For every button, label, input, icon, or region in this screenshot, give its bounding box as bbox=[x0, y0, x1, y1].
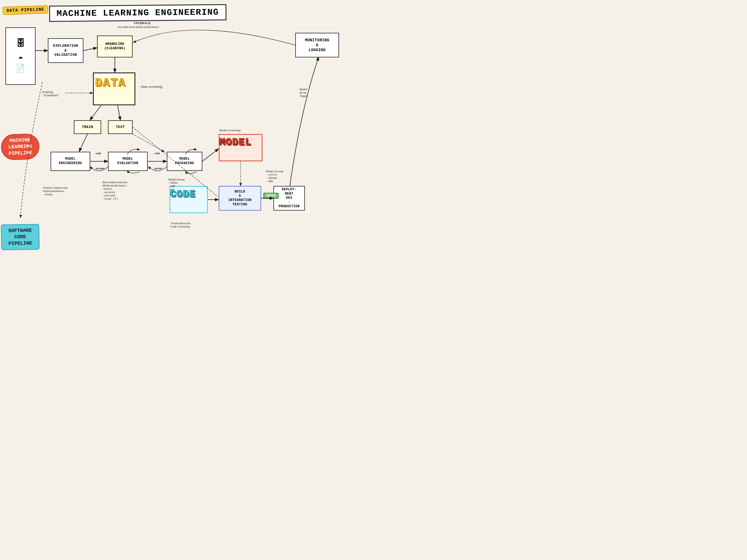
svg-line-1 bbox=[83, 48, 97, 51]
annotation-code2: code bbox=[154, 152, 160, 155]
document-icon: 📄 bbox=[16, 64, 25, 74]
box-wrangling: WRANGLING(CLEANING) bbox=[97, 35, 133, 57]
box-data-sources: 🗄 ☁ 📄 bbox=[5, 27, 35, 85]
canvas: { "title": "MACHINE LEARNING ENGINEERING… bbox=[0, 0, 374, 280]
box-model-engineering: MODELENGINEERING bbox=[51, 152, 90, 171]
box-train: TRAIN bbox=[74, 120, 101, 134]
box-monitoring: MONITORING&LOGGING bbox=[295, 33, 339, 57]
annotation-new-data: new data from model performance bbox=[118, 25, 159, 28]
svg-line-4 bbox=[118, 105, 120, 120]
svg-line-8 bbox=[202, 149, 218, 161]
model-word: MODEL bbox=[219, 137, 252, 148]
badge-green: GREEN bbox=[263, 193, 279, 199]
annotation-param2: param bbox=[154, 167, 162, 170]
annotation-best-model: · Best model selection· Model performanc… bbox=[101, 180, 127, 200]
database-icon: 🗄 bbox=[16, 38, 25, 50]
svg-line-3 bbox=[90, 105, 101, 120]
annotation-feedback: FEEDBACK bbox=[134, 21, 151, 25]
main-title: MACHINE LEARNING ENGINEERING bbox=[49, 4, 226, 22]
svg-line-9 bbox=[133, 134, 164, 152]
annotation-model-serving: ·Model serving - service - Docker - K8s bbox=[265, 170, 283, 183]
box-test: TEST bbox=[108, 120, 133, 134]
badge-sw-pipeline: SOFTWARECODEPIPELINE bbox=[1, 224, 40, 251]
badge-data-pipeline: DATA PIPELINE bbox=[3, 5, 48, 15]
svg-line-5 bbox=[79, 134, 87, 151]
annotation-trunk-dev: · Trunk based dev.·Code versioning bbox=[170, 222, 191, 228]
box-build-integration: BUILD&INTEGRATIONTESTING bbox=[219, 186, 261, 210]
box-model-packaging: MODELPACKAGING bbox=[167, 152, 202, 171]
annotation-model-versioning: ·Model versioning bbox=[219, 128, 241, 132]
box-exploration: EXPLORATION&VALIDATION bbox=[48, 38, 83, 63]
box-model-evaluation: MODELEVALUATION bbox=[108, 152, 148, 171]
annotation-params1: params bbox=[96, 167, 104, 170]
annotation-feature-eng: · Feature engineering· Hyperparameters t… bbox=[42, 186, 68, 196]
badge-ml-pipeline: MACHINELEARNINGPIPELINE bbox=[1, 133, 40, 160]
annotation-model-decay: · Model decay trigger bbox=[298, 87, 308, 97]
annotation-data-versioning: · Data versioning bbox=[139, 85, 162, 89]
annotation-profiling: ·Profiling·"JUnit4Data" bbox=[42, 90, 59, 97]
code-word: CODE bbox=[170, 189, 196, 200]
data-word: DATA bbox=[95, 77, 126, 90]
cloud-icon: ☁ bbox=[18, 52, 23, 61]
annotation-code1: code bbox=[96, 152, 101, 155]
